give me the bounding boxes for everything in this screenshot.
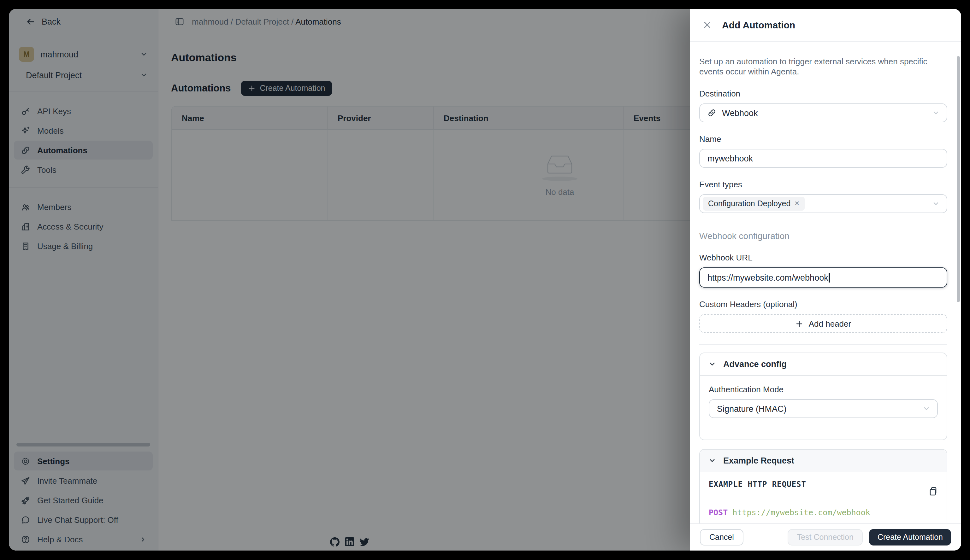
webhook-url-input[interactable]: https://mywebsite.com/webhook	[699, 267, 947, 288]
event-types-label: Event types	[699, 180, 947, 189]
event-type-tag-label: Configuration Deployed	[708, 199, 791, 208]
example-request-body: EXAMPLE HTTP REQUEST POST https://mywebs…	[700, 472, 947, 523]
example-request-panel: Example Request EXAMPLE HTTP REQUEST POS…	[699, 449, 947, 523]
event-type-tag: Configuration Deployed ✕	[703, 197, 804, 211]
auth-mode-select[interactable]: Signature (HMAC)	[709, 399, 938, 418]
webhook-configuration-heading: Webhook configuration	[699, 231, 947, 241]
webhook-url-label: Webhook URL	[699, 253, 947, 262]
scrollbar-thumb[interactable]	[957, 56, 960, 302]
example-request-title: Example Request	[723, 456, 794, 465]
example-code-line: POST https://mywebsite.com/webhook	[709, 508, 938, 517]
advance-config-body: Authentication Mode Signature (HMAC)	[700, 376, 947, 440]
advance-config-header[interactable]: Advance config	[700, 353, 947, 376]
drawer-footer: Cancel Test Connection Create Automation	[690, 523, 961, 550]
drawer-title: Add Automation	[722, 20, 795, 30]
name-label: Name	[699, 134, 947, 144]
cancel-button[interactable]: Cancel	[700, 529, 743, 545]
http-method: POST	[709, 508, 728, 517]
add-automation-drawer: Add Automation Set up an automation to t…	[690, 9, 961, 550]
auth-mode-label: Authentication Mode	[709, 385, 938, 394]
add-header-label: Add header	[809, 319, 851, 328]
copy-button[interactable]	[928, 486, 938, 496]
add-header-button[interactable]: Add header	[699, 314, 947, 333]
name-input[interactable]	[699, 149, 947, 168]
destination-label: Destination	[699, 89, 947, 98]
example-request-header[interactable]: Example Request	[700, 450, 947, 472]
event-types-select[interactable]: Configuration Deployed ✕	[699, 194, 947, 213]
chevron-down-icon	[709, 361, 716, 368]
advance-config-title: Advance config	[723, 360, 787, 369]
http-url: https://mywebsite.com/webhook	[733, 508, 870, 517]
plus-icon	[796, 319, 804, 328]
drawer-header: Add Automation	[690, 9, 961, 42]
destination-value: Webhook	[722, 108, 758, 118]
chevron-down-icon	[932, 200, 940, 207]
close-button[interactable]	[701, 19, 713, 31]
example-http-heading: EXAMPLE HTTP REQUEST	[709, 480, 938, 489]
drawer-description: Set up an automation to trigger external…	[699, 57, 930, 77]
drawer-scrollbar[interactable]	[957, 42, 960, 523]
copy-icon	[928, 486, 938, 496]
divider	[699, 344, 947, 345]
close-icon	[702, 20, 712, 30]
chevron-down-icon	[932, 109, 940, 117]
advance-config-panel: Advance config Authentication Mode Signa…	[699, 353, 947, 440]
chevron-down-icon	[923, 405, 930, 412]
link-icon	[707, 108, 716, 117]
custom-headers-label: Custom Headers (optional)	[699, 300, 947, 309]
app-window: Back M mahmoud Default Project	[9, 9, 961, 550]
test-connection-button[interactable]: Test Connection	[788, 529, 863, 545]
screen: Back M mahmoud Default Project	[0, 0, 970, 560]
text-cursor	[829, 273, 830, 282]
destination-select[interactable]: Webhook	[699, 103, 947, 122]
webhook-url-value: https://mywebsite.com/webhook	[707, 273, 828, 282]
chevron-down-icon	[709, 457, 716, 464]
create-automation-submit-button[interactable]: Create Automation	[869, 529, 951, 545]
drawer-mask[interactable]	[9, 9, 690, 550]
remove-tag-icon[interactable]: ✕	[794, 200, 799, 207]
auth-mode-value: Signature (HMAC)	[717, 404, 787, 413]
drawer-body: Set up an automation to trigger external…	[690, 42, 961, 523]
